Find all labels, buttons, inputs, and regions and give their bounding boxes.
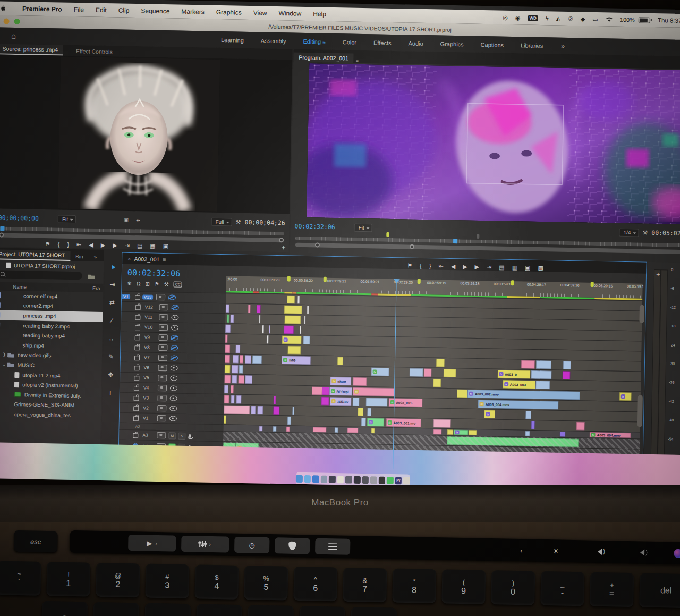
timeline-clip[interactable] — [353, 377, 367, 386]
track-output-icon[interactable] — [159, 324, 168, 331]
key-y[interactable]: Y — [299, 606, 345, 616]
timeline-clip[interactable] — [304, 316, 305, 324]
timeline-clip[interactable] — [434, 429, 442, 434]
wd-drive-icon[interactable]: WD — [528, 15, 538, 21]
snap-icon[interactable]: ❄ — [127, 281, 132, 286]
timeline-clip[interactable] — [248, 305, 251, 313]
timeline-clip[interactable]: fx — [619, 392, 632, 401]
touchbar-timer-button[interactable]: ◷ — [234, 537, 270, 553]
lock-icon[interactable] — [134, 345, 140, 350]
track-output-icon[interactable] — [158, 385, 167, 391]
mark-in-button[interactable]: { — [58, 238, 60, 250]
timeline-clip[interactable] — [238, 375, 244, 384]
go-to-out-button[interactable]: ⇥ — [487, 261, 492, 273]
track-output-icon[interactable] — [156, 294, 165, 300]
dock-icon-photos[interactable] — [362, 476, 369, 484]
track-output-icon[interactable] — [159, 334, 168, 341]
track-output-icon[interactable] — [158, 395, 167, 401]
touchbar-siri-button[interactable] — [665, 545, 680, 561]
timeline-clip[interactable] — [231, 314, 234, 323]
timeline-clip[interactable] — [525, 411, 531, 419]
timeline-clip[interactable] — [560, 432, 566, 437]
timeline-clip[interactable] — [224, 375, 231, 383]
track-output-icon[interactable] — [159, 314, 168, 320]
timeline-clip[interactable] — [236, 395, 241, 404]
source-timecode[interactable]: 00;00;00;00 — [0, 214, 39, 222]
timeline-clip[interactable] — [358, 408, 364, 416]
export-frame-button[interactable]: ▣ — [525, 262, 531, 274]
touchbar-volume-button[interactable] — [580, 543, 617, 560]
timeline-clip[interactable] — [231, 395, 235, 403]
timeline-clip[interactable] — [252, 355, 262, 364]
timeline-clip[interactable] — [563, 361, 571, 369]
touchbar-collapse-button[interactable]: ‹ — [511, 542, 532, 559]
timeline-clip[interactable] — [468, 430, 477, 435]
timeline-clip[interactable] — [321, 397, 329, 406]
key-6[interactable]: ^6 — [293, 567, 337, 602]
track-output-icon[interactable] — [158, 365, 167, 371]
timeline-marker[interactable] — [287, 276, 290, 281]
solo-button[interactable]: S — [178, 432, 185, 439]
timeline-clip[interactable]: fx — [367, 418, 384, 427]
key-delete[interactable]: del — [639, 573, 680, 608]
track-output-icon[interactable] — [158, 355, 167, 361]
lock-icon[interactable] — [135, 315, 140, 320]
hand-tool[interactable]: ✥ — [103, 366, 119, 384]
toggle-track-output-icon[interactable] — [170, 375, 177, 381]
play-button[interactable]: ▶ — [463, 260, 468, 272]
source-quality-select[interactable]: Full — [211, 217, 232, 226]
source-viewer[interactable] — [0, 54, 292, 214]
add-marker-icon[interactable]: ⚑ — [155, 281, 159, 287]
mark-in-button[interactable]: { — [420, 260, 422, 272]
tab-source[interactable]: Source: princess .mp4 — [0, 44, 63, 55]
track-name[interactable]: V8 — [144, 344, 157, 350]
lock-icon[interactable] — [134, 366, 140, 370]
go-to-out-button[interactable]: ⇥ — [125, 240, 130, 251]
play-button[interactable]: ▶ — [101, 239, 106, 251]
timeline-clip[interactable] — [257, 305, 261, 313]
timeline-clip[interactable]: fxshutt — [330, 377, 351, 386]
ripple-edit-tool[interactable]: ⇄ — [104, 293, 121, 312]
key-7[interactable]: &7 — [343, 568, 387, 603]
timeline-clip[interactable] — [273, 426, 276, 432]
lock-icon[interactable] — [135, 325, 140, 330]
track-name[interactable]: V11 — [144, 314, 157, 319]
lock-icon[interactable] — [134, 376, 139, 381]
timeline-clip[interactable] — [284, 325, 294, 334]
step-back-button[interactable]: ◀ — [89, 239, 94, 251]
timeline-clip[interactable] — [259, 426, 262, 431]
timeline-clip[interactable] — [240, 355, 243, 364]
key-8[interactable]: *8 — [392, 569, 436, 604]
mic-icon[interactable] — [189, 434, 191, 438]
menu-window[interactable]: Window — [278, 10, 301, 18]
source-playhead[interactable] — [0, 226, 4, 231]
timeline-clip[interactable]: fx — [484, 410, 495, 418]
display-icon[interactable]: ▭ — [592, 15, 598, 22]
lock-icon[interactable] — [135, 335, 140, 340]
track-name[interactable]: V4 — [143, 385, 156, 390]
toggle-track-output-icon[interactable] — [171, 315, 178, 320]
timeline-clip[interactable] — [353, 398, 360, 406]
extract-button[interactable]: ▥ — [512, 261, 518, 273]
tab-color[interactable]: Color — [334, 35, 366, 48]
timeline-marker[interactable] — [418, 279, 421, 284]
menu-clock[interactable]: Thu 8:37 PM — [658, 17, 680, 24]
timeline-clip[interactable] — [224, 395, 229, 403]
wrench-icon[interactable]: ⚒ — [235, 216, 241, 228]
timeline-clip[interactable] — [259, 315, 260, 323]
bolt-icon[interactable]: ϟ — [546, 15, 549, 21]
key-q[interactable]: Q — [41, 601, 88, 616]
timeline-clip[interactable] — [525, 431, 530, 436]
toggle-track-output-icon[interactable] — [171, 365, 178, 370]
razor-tool[interactable]: ∕ — [104, 311, 120, 330]
panel-overflow[interactable]: » — [88, 252, 102, 261]
timeline-clip[interactable] — [236, 345, 241, 353]
track-output-icon[interactable] — [158, 375, 167, 381]
track-select-forward-tool[interactable]: ⇥ — [104, 275, 121, 294]
timeline-clip[interactable] — [312, 427, 326, 432]
timeline-clip[interactable] — [232, 375, 237, 383]
program-timecode[interactable]: 00:02:32:06 — [294, 223, 335, 231]
timeline-clip[interactable] — [226, 304, 230, 313]
mark-out-button[interactable]: } — [429, 260, 431, 272]
key-4[interactable]: $4 — [194, 564, 239, 600]
